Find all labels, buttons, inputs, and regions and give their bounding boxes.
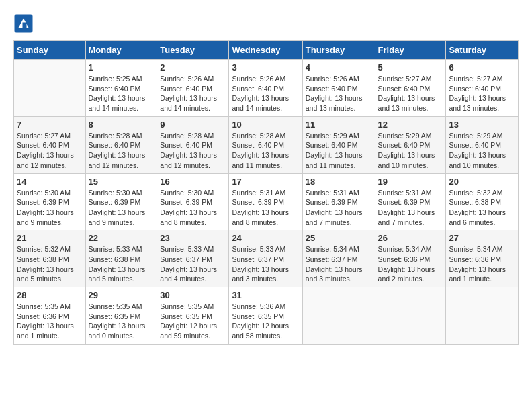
day-info: Sunrise: 5:30 AM Sunset: 6:39 PM Dayligh…	[160, 188, 226, 228]
day-number: 15	[89, 177, 154, 187]
calendar-cell: 29Sunrise: 5:35 AM Sunset: 6:35 PM Dayli…	[85, 287, 157, 345]
day-number: 16	[160, 177, 226, 187]
day-info: Sunrise: 5:32 AM Sunset: 6:38 PM Dayligh…	[17, 244, 83, 284]
logo-icon	[13, 13, 34, 34]
calendar-cell: 13Sunrise: 5:29 AM Sunset: 6:40 PM Dayli…	[446, 116, 519, 173]
calendar-cell: 24Sunrise: 5:33 AM Sunset: 6:37 PM Dayli…	[229, 230, 302, 287]
calendar-week-1: 1Sunrise: 5:25 AM Sunset: 6:40 PM Daylig…	[14, 60, 519, 117]
calendar-cell: 4Sunrise: 5:26 AM Sunset: 6:40 PM Daylig…	[302, 60, 375, 117]
calendar-cell: 18Sunrise: 5:31 AM Sunset: 6:39 PM Dayli…	[302, 173, 375, 230]
day-number: 23	[160, 233, 226, 243]
day-info: Sunrise: 5:26 AM Sunset: 6:40 PM Dayligh…	[160, 74, 226, 113]
day-info: Sunrise: 5:36 AM Sunset: 6:35 PM Dayligh…	[232, 302, 299, 341]
calendar-cell: 26Sunrise: 5:34 AM Sunset: 6:36 PM Dayli…	[375, 230, 446, 287]
day-info: Sunrise: 5:28 AM Sunset: 6:40 PM Dayligh…	[89, 131, 154, 171]
calendar-cell: 27Sunrise: 5:34 AM Sunset: 6:36 PM Dayli…	[446, 230, 519, 287]
calendar-week-5: 28Sunrise: 5:35 AM Sunset: 6:36 PM Dayli…	[14, 287, 519, 345]
day-info: Sunrise: 5:35 AM Sunset: 6:35 PM Dayligh…	[89, 302, 154, 341]
calendar-cell	[14, 60, 86, 117]
calendar-cell: 7Sunrise: 5:27 AM Sunset: 6:40 PM Daylig…	[14, 116, 86, 173]
calendar-cell: 22Sunrise: 5:33 AM Sunset: 6:38 PM Dayli…	[85, 230, 157, 287]
day-info: Sunrise: 5:31 AM Sunset: 6:39 PM Dayligh…	[378, 188, 443, 228]
day-number: 10	[232, 120, 299, 130]
calendar-cell: 16Sunrise: 5:30 AM Sunset: 6:39 PM Dayli…	[157, 173, 229, 230]
day-number: 25	[306, 233, 372, 243]
calendar-cell: 1Sunrise: 5:25 AM Sunset: 6:40 PM Daylig…	[85, 60, 157, 117]
day-number: 14	[17, 177, 83, 187]
day-info: Sunrise: 5:33 AM Sunset: 6:37 PM Dayligh…	[232, 244, 299, 284]
calendar-cell: 5Sunrise: 5:27 AM Sunset: 6:40 PM Daylig…	[375, 60, 446, 117]
day-info: Sunrise: 5:28 AM Sunset: 6:40 PM Dayligh…	[160, 131, 226, 171]
day-number: 11	[306, 120, 372, 130]
day-info: Sunrise: 5:30 AM Sunset: 6:39 PM Dayligh…	[17, 188, 83, 228]
calendar-cell: 12Sunrise: 5:29 AM Sunset: 6:40 PM Dayli…	[375, 116, 446, 173]
calendar-cell	[446, 287, 519, 345]
calendar-week-4: 21Sunrise: 5:32 AM Sunset: 6:38 PM Dayli…	[14, 230, 519, 287]
day-number: 4	[306, 62, 372, 73]
calendar-cell	[302, 287, 375, 345]
day-info: Sunrise: 5:35 AM Sunset: 6:35 PM Dayligh…	[160, 302, 226, 341]
col-header-tuesday: Tuesday	[157, 41, 229, 60]
day-number: 24	[232, 233, 299, 243]
day-number: 6	[449, 62, 515, 73]
day-info: Sunrise: 5:34 AM Sunset: 6:37 PM Dayligh…	[306, 244, 372, 284]
day-number: 26	[378, 233, 443, 243]
calendar-cell: 6Sunrise: 5:27 AM Sunset: 6:40 PM Daylig…	[446, 60, 519, 117]
day-number: 31	[232, 290, 299, 300]
day-number: 3	[232, 62, 299, 73]
calendar-cell: 19Sunrise: 5:31 AM Sunset: 6:39 PM Dayli…	[375, 173, 446, 230]
calendar-cell: 8Sunrise: 5:28 AM Sunset: 6:40 PM Daylig…	[85, 116, 157, 173]
day-info: Sunrise: 5:33 AM Sunset: 6:38 PM Dayligh…	[89, 244, 154, 284]
calendar-week-3: 14Sunrise: 5:30 AM Sunset: 6:39 PM Dayli…	[14, 173, 519, 230]
day-number: 18	[306, 177, 372, 187]
calendar-cell: 17Sunrise: 5:31 AM Sunset: 6:39 PM Dayli…	[229, 173, 302, 230]
day-number: 12	[378, 120, 443, 130]
calendar-table: SundayMondayTuesdayWednesdayThursdayFrid…	[13, 40, 519, 345]
day-number: 13	[449, 120, 515, 130]
day-info: Sunrise: 5:25 AM Sunset: 6:40 PM Dayligh…	[89, 74, 154, 113]
day-info: Sunrise: 5:27 AM Sunset: 6:40 PM Dayligh…	[378, 74, 443, 113]
day-info: Sunrise: 5:34 AM Sunset: 6:36 PM Dayligh…	[378, 244, 443, 284]
day-number: 20	[449, 177, 515, 187]
calendar-cell: 10Sunrise: 5:28 AM Sunset: 6:40 PM Dayli…	[229, 116, 302, 173]
day-info: Sunrise: 5:30 AM Sunset: 6:39 PM Dayligh…	[89, 188, 154, 228]
day-info: Sunrise: 5:29 AM Sunset: 6:40 PM Dayligh…	[378, 131, 443, 171]
day-number: 5	[378, 62, 443, 73]
calendar-cell: 25Sunrise: 5:34 AM Sunset: 6:37 PM Dayli…	[302, 230, 375, 287]
calendar-header-row: SundayMondayTuesdayWednesdayThursdayFrid…	[14, 41, 519, 60]
calendar-cell: 2Sunrise: 5:26 AM Sunset: 6:40 PM Daylig…	[157, 60, 229, 117]
col-header-monday: Monday	[85, 41, 157, 60]
col-header-friday: Friday	[375, 41, 446, 60]
day-info: Sunrise: 5:27 AM Sunset: 6:40 PM Dayligh…	[449, 74, 515, 113]
day-number: 30	[160, 290, 226, 300]
day-info: Sunrise: 5:27 AM Sunset: 6:40 PM Dayligh…	[17, 131, 83, 171]
day-info: Sunrise: 5:35 AM Sunset: 6:36 PM Dayligh…	[17, 302, 83, 341]
day-number: 7	[17, 120, 83, 130]
day-number: 27	[449, 233, 515, 243]
day-number: 2	[160, 62, 226, 73]
day-info: Sunrise: 5:26 AM Sunset: 6:40 PM Dayligh…	[306, 74, 372, 113]
calendar-week-2: 7Sunrise: 5:27 AM Sunset: 6:40 PM Daylig…	[14, 116, 519, 173]
col-header-wednesday: Wednesday	[229, 41, 302, 60]
day-info: Sunrise: 5:31 AM Sunset: 6:39 PM Dayligh…	[232, 188, 299, 228]
day-info: Sunrise: 5:29 AM Sunset: 6:40 PM Dayligh…	[306, 131, 372, 171]
calendar-cell: 30Sunrise: 5:35 AM Sunset: 6:35 PM Dayli…	[157, 287, 229, 345]
day-info: Sunrise: 5:31 AM Sunset: 6:39 PM Dayligh…	[306, 188, 372, 228]
day-info: Sunrise: 5:26 AM Sunset: 6:40 PM Dayligh…	[232, 74, 299, 113]
svg-rect-2	[23, 23, 27, 29]
day-number: 8	[89, 120, 154, 130]
day-number: 21	[17, 233, 83, 243]
page-header	[13, 13, 519, 34]
day-info: Sunrise: 5:34 AM Sunset: 6:36 PM Dayligh…	[449, 244, 515, 284]
logo	[13, 13, 36, 34]
calendar-cell: 3Sunrise: 5:26 AM Sunset: 6:40 PM Daylig…	[229, 60, 302, 117]
calendar-cell: 20Sunrise: 5:32 AM Sunset: 6:38 PM Dayli…	[446, 173, 519, 230]
calendar-cell	[375, 287, 446, 345]
calendar-cell: 23Sunrise: 5:33 AM Sunset: 6:37 PM Dayli…	[157, 230, 229, 287]
calendar-cell: 28Sunrise: 5:35 AM Sunset: 6:36 PM Dayli…	[14, 287, 86, 345]
calendar-cell: 15Sunrise: 5:30 AM Sunset: 6:39 PM Dayli…	[85, 173, 157, 230]
day-number: 9	[160, 120, 226, 130]
col-header-saturday: Saturday	[446, 41, 519, 60]
day-info: Sunrise: 5:33 AM Sunset: 6:37 PM Dayligh…	[160, 244, 226, 284]
day-number: 1	[89, 62, 154, 73]
